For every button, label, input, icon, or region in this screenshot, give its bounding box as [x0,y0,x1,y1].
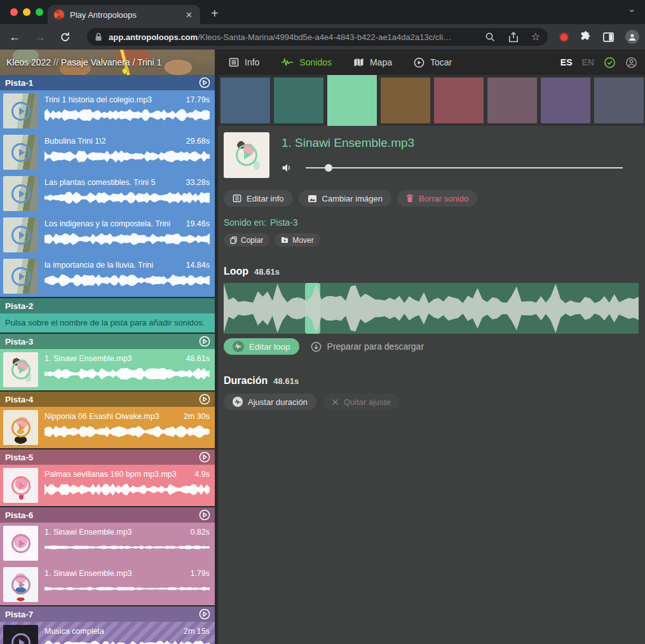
tab-close-icon[interactable]: ✕ [184,10,194,20]
extensions-puzzle-icon[interactable] [580,31,592,43]
close-window-icon[interactable] [10,8,18,16]
remove-adjust-button[interactable]: Quitar ajuste [323,394,400,410]
change-image-button[interactable]: Cambiar imágen [299,190,391,207]
track-play-button[interactable] [199,509,210,521]
clip-thumbnail[interactable] [3,135,38,170]
new-tab-button[interactable]: + [211,4,219,22]
share-icon[interactable] [508,32,519,43]
clip-row[interactable]: Bubulina Trini 1\229.68s [0,132,215,173]
browser-toolbar: ← → app.antropoloops.com /Kleos-Santa-Ma… [0,24,645,50]
track-play-button[interactable] [199,77,210,88]
clip-row[interactable]: 1. Sinawi Ensemble.mp30.82s [0,523,215,564]
clip-play-overlay-icon[interactable] [11,360,31,380]
clip-thumbnail[interactable] [3,567,38,602]
clip-title: 1. Sinawi Ensemble.mp3 [44,569,137,578]
clip-thumbnail[interactable] [3,352,38,387]
clip-play-overlay-icon[interactable] [11,633,31,644]
volume-slider-thumb[interactable] [325,164,332,172]
nav-tocar[interactable]: Tocar [414,57,452,68]
clip-play-overlay-icon[interactable] [11,476,31,495]
clip-row[interactable]: Los indigenas y la compostela. Trini19.4… [0,214,215,256]
track-play-button[interactable] [199,608,210,620]
clip-play-overlay-icon[interactable] [11,575,31,594]
track-color-swatch-5[interactable] [434,78,484,123]
track-color-swatch-4[interactable] [381,78,430,123]
browser-window: Play Antropoloops ✕ + ⌄ ← → app.antropol… [0,0,645,644]
track-color-swatch-7[interactable] [541,78,590,123]
sidepanel-icon[interactable] [602,31,614,43]
clip-waveform [44,190,210,205]
track-color-swatch-3[interactable] [327,75,377,126]
browser-tab[interactable]: Play Antropoloops ✕ [48,5,200,24]
zoom-page-icon[interactable] [485,32,496,43]
track-play-button[interactable] [199,336,210,347]
track-header-pista-4[interactable]: Pista-4 [0,392,215,407]
clip-play-overlay-icon[interactable] [11,184,31,203]
nav-sonidos[interactable]: Sonidos [281,57,332,67]
track-header-pista-3[interactable]: Pista-3 [0,334,215,349]
bookmark-star-icon[interactable]: ☆ [531,32,540,43]
clip-row[interactable]: la importancia de la lluvia. Trini14.84s [0,256,215,297]
sound-in-track-link[interactable]: Pista-3 [270,217,298,228]
forward-button[interactable]: → [34,31,46,44]
clip-play-overlay-icon[interactable] [11,102,31,121]
track-header-pista-1[interactable]: Pista-1 [0,75,215,90]
clip-row[interactable]: Las plantas comestibles. Trini 533.28s [0,173,215,214]
track-color-swatch-6[interactable] [487,78,537,123]
sync-check-icon[interactable] [604,57,616,69]
clip-row[interactable]: Musica completa2m 15s [0,622,215,644]
adjust-duration-button[interactable]: Ajustar duración [224,394,316,410]
loop-waveform[interactable] [224,283,639,334]
clip-row[interactable]: 1. Sinawi Ensemble.mp348.61s [0,349,215,390]
clip-row[interactable]: 1. Sinawi Ensemble.mp31.79s [0,564,215,605]
clip-play-overlay-icon[interactable] [11,534,31,553]
tab-list-chevron-icon[interactable]: ⌄ [628,3,636,15]
clip-play-overlay-icon[interactable] [11,418,31,437]
track-color-swatch-8[interactable] [594,78,644,123]
profile-avatar-icon[interactable] [625,30,639,44]
track-name-label: Pista-4 [5,395,33,404]
address-bar[interactable]: app.antropoloops.com /Kleos-Santa-Marina… [87,28,548,46]
nav-mapa[interactable]: Mapa [353,57,392,67]
record-extension-icon[interactable] [559,32,569,42]
prepare-download-button[interactable]: Preparar para descargar [311,341,424,352]
account-icon[interactable] [625,57,637,69]
back-button[interactable]: ← [9,31,20,44]
map-thumbnail-breadcrumb[interactable]: Kleos 2022//Pasaje Valvanera / Trini 1 [0,50,215,75]
clip-thumbnail[interactable] [3,410,38,445]
clip-thumbnail[interactable] [3,468,38,503]
clip-row[interactable]: Palmas sevillanas 160 bpm mp3.mp34.9s [0,465,215,506]
lang-en[interactable]: EN [582,57,594,67]
track-play-button[interactable] [199,451,210,463]
track-header-pista-2[interactable]: Pista-2 [0,298,215,313]
clip-thumbnail[interactable] [3,625,38,644]
delete-sound-button[interactable]: Borrar sonido [397,190,477,207]
track-color-swatch-2[interactable] [274,78,323,123]
clip-thumbnail[interactable] [3,217,38,252]
track-header-pista-5[interactable]: Pista-5 [0,449,215,465]
clip-play-overlay-icon[interactable] [11,226,31,245]
clip-play-overlay-icon[interactable] [11,267,31,286]
sound-thumbnail[interactable] [224,132,269,178]
clip-play-overlay-icon[interactable] [11,143,31,162]
clip-thumbnail[interactable] [3,259,38,294]
volume-slider[interactable] [306,164,623,172]
clip-thumbnail[interactable] [3,93,38,128]
edit-info-button[interactable]: Editar info [224,190,293,207]
track-play-button[interactable] [199,394,210,405]
track-header-pista-6[interactable]: Pista-6 [0,507,215,523]
clip-thumbnail[interactable] [3,176,38,211]
lang-es[interactable]: ES [560,57,573,67]
copy-button[interactable]: Copiar [224,233,269,247]
nav-info[interactable]: Info [229,57,259,67]
fullscreen-window-icon[interactable] [36,8,43,16]
track-header-pista-7[interactable]: Pista-7 [0,606,215,622]
clip-row[interactable]: Nipponia 06 Esashi Oiwake.mp32m 30s [0,407,215,448]
reload-button[interactable] [60,32,71,43]
track-color-swatch-1[interactable] [221,78,270,123]
edit-loop-button[interactable]: Editar loop [224,338,299,355]
clip-row[interactable]: Trini 1 historia del colegio.mp317.79s [0,90,215,132]
clip-thumbnail[interactable] [3,526,38,561]
move-button[interactable]: Mover [275,233,320,247]
minimize-window-icon[interactable] [23,8,31,16]
